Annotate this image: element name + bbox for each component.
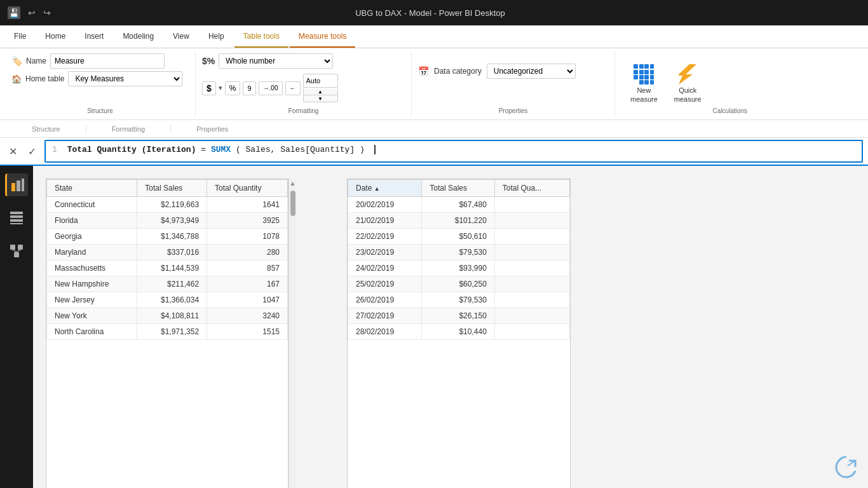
cell-qty-r [494,197,569,213]
quick-measure-button[interactable]: Quickmeasure [669,62,707,105]
tab-file[interactable]: File [5,25,35,48]
nav-report-view[interactable] [5,173,28,196]
section-bar: Structure Formatting Properties [0,120,868,138]
cell-state: New York [47,308,137,324]
formula-args: Sales, Sales[Quantity] ) [246,145,365,154]
percent-button[interactable]: % [225,81,241,95]
table-row: Massachusetts $1,144,539 857 [47,261,288,276]
undo-button[interactable]: ↩ [28,8,36,18]
decimal-increase-button[interactable]: →.00 [259,81,283,95]
confirm-formula-button[interactable]: ✓ [24,144,39,159]
format-type-select[interactable]: Whole number Decimal number Fixed decima… [219,53,333,69]
cell-date: 27/02/2019 [348,308,422,324]
left-table-scrollbar[interactable]: ▲ [288,179,296,488]
cell-qty-r [494,229,569,245]
scroll-up[interactable]: ▲ [288,179,297,188]
formula-measure-name: Total Quantity (Iteration) [67,145,196,154]
cell-sales-r: $26,150 [422,308,494,324]
main-area: State Total Sales Total Quantity Connect… [0,166,868,488]
comma-button[interactable]: 9 [243,81,255,95]
ribbon-group-properties: 📅 Data category Uncategorized Properties [412,51,615,117]
svg-rect-1 [11,183,15,191]
new-measure-button[interactable]: Newmeasure [625,62,663,105]
home-table-label: 🏠 Home table [11,74,64,84]
tab-help[interactable]: Help [200,25,233,48]
cell-qty: 1047 [207,292,288,308]
cell-state: Massachusetts [47,261,137,276]
data-category-select[interactable]: Uncategorized [487,64,576,79]
cancel-formula-button[interactable]: ✕ [5,144,20,159]
cell-sales: $1,346,788 [137,229,207,245]
tab-modeling[interactable]: Modeling [114,25,163,48]
title-bar: 💾 ↩ ↪ UBG to DAX - Model - Power BI Desk… [0,0,868,25]
table-row: 21/02/2019 $101,220 [348,213,570,229]
cell-sales-r: $93,990 [422,261,494,276]
tab-home[interactable]: Home [36,25,74,48]
cell-qty: 3240 [207,308,288,324]
cell-sales: $1,144,539 [137,261,207,276]
cell-qty-r [494,292,569,308]
name-label: 🏷️ Name [11,56,46,66]
col-total-qty-right: Total Qua... [494,180,569,197]
tab-insert[interactable]: Insert [76,25,112,48]
cell-sales: $1,366,034 [137,292,207,308]
redo-button[interactable]: ↪ [43,8,51,18]
svg-line-12 [17,250,20,252]
col-total-sales: Total Sales [137,180,207,197]
svg-rect-6 [10,219,23,222]
table-row: Connecticut $2,119,663 1641 [47,197,288,213]
svg-rect-4 [10,212,23,214]
scroll-thumb[interactable] [290,191,295,216]
svg-marker-0 [679,64,696,85]
cell-qty: 857 [207,261,288,276]
dropdown-arrow[interactable]: ▾ [219,84,222,92]
formatting-section-label: Formatting [86,125,172,133]
currency-button[interactable]: $ [202,81,216,95]
table-spacer [309,179,334,488]
auto-down[interactable]: ▼ [303,95,338,102]
structure-group-label: Structure [11,105,189,114]
cell-qty: 280 [207,245,288,261]
cell-state: North Carolina [47,324,137,340]
home-table-select[interactable]: Key Measures [68,71,182,86]
col-total-sales-right: Total Sales [422,180,494,197]
cell-state: New Jersey [47,292,137,308]
auto-up[interactable]: ▲ [303,88,338,95]
table-row: 23/02/2019 $79,530 [348,245,570,261]
cell-sales-r: $79,530 [422,292,494,308]
left-table-container: State Total Sales Total Quantity Connect… [46,179,296,488]
cell-sales: $211,462 [137,276,207,292]
cell-state: Connecticut [47,197,137,213]
cell-sales-r: $67,480 [422,197,494,213]
tab-table-tools[interactable]: Table tools [234,25,288,48]
tab-view[interactable]: View [164,25,198,48]
table-row: 26/02/2019 $79,530 [348,292,570,308]
formula-function: SUMX [211,145,231,154]
cell-qty: 1641 [207,197,288,213]
table-row: North Carolina $1,971,352 1515 [47,324,288,340]
table-row: Georgia $1,346,788 1078 [47,229,288,245]
cell-sales-r: $50,610 [422,229,494,245]
properties-group-label: Properties [418,105,608,114]
watermark [835,456,858,480]
nav-model-view[interactable] [5,240,28,262]
formula-editor[interactable]: 1 Total Quantity (Iteration) = SUMX ( Sa… [44,140,863,163]
window-title: UBG to DAX - Model - Power BI Desktop [355,8,505,18]
cell-qty-r [494,261,569,276]
data-category-label: Data category [434,67,482,76]
nav-data-view[interactable] [5,207,28,229]
svg-rect-7 [10,223,23,224]
tab-measure-tools[interactable]: Measure tools [290,25,355,48]
decimal-decrease-button[interactable]: ← [285,81,301,95]
right-table: Date ▲ Total Sales Total Qua... 20/02/20… [348,179,570,340]
name-input[interactable] [50,53,165,69]
cell-sales: $2,119,663 [137,197,207,213]
cell-state: Maryland [47,245,137,261]
table-row: 28/02/2019 $10,440 [348,324,570,340]
col-state: State [47,180,137,197]
auto-input[interactable] [303,74,338,88]
save-icon[interactable]: 💾 [8,6,20,19]
table-row: 27/02/2019 $26,150 [348,308,570,324]
quick-measure-label: Quickmeasure [674,86,702,103]
ribbon-content: 🏷️ Name 🏠 Home table Key Measures Struct… [0,48,868,120]
